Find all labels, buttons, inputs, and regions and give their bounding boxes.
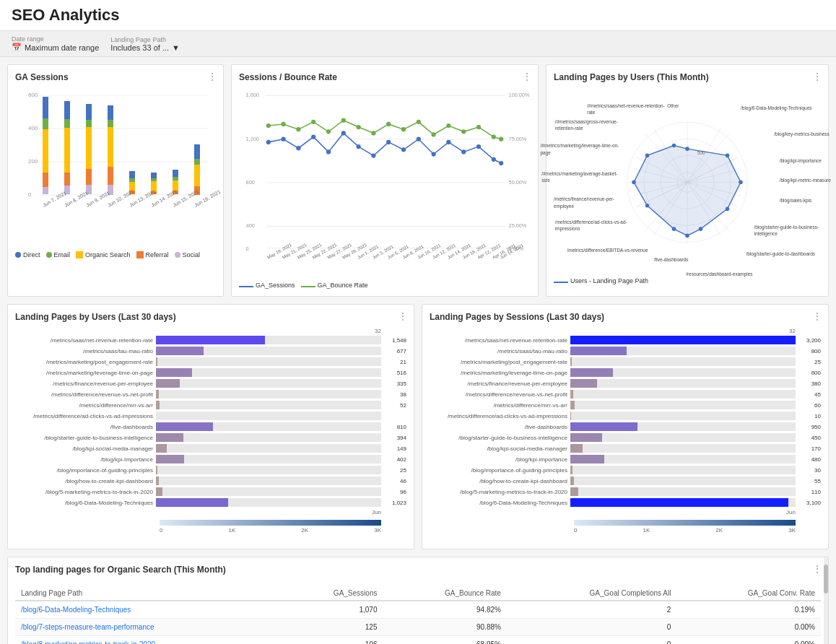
bar-value: 38 — [381, 391, 406, 398]
cell-path: /blog/7-steps-measure-team-performance — [15, 619, 282, 636]
bar-label: /blog/5-marketing-metrics-to-track-in-20… — [15, 489, 156, 495]
bar-label: /blog/6-Data-Modeling-Techniques — [15, 500, 156, 506]
svg-point-139 — [685, 234, 689, 238]
landing-sessions-menu[interactable]: ⋮ — [812, 310, 822, 322]
bar-track — [570, 487, 796, 496]
date-range-filter[interactable]: Date range 📅 Maximum date range — [12, 35, 99, 52]
scrollbar[interactable] — [824, 557, 828, 644]
bar-value: 480 — [796, 456, 821, 463]
svg-point-81 — [476, 144, 481, 149]
list-item: /metrics/saas/tau-mau-ratio800 — [430, 347, 821, 355]
dashboard: GA Sessions ⋮ 600 400 200 0 — [0, 57, 836, 644]
bar-value: 110 — [796, 489, 821, 495]
svg-point-136 — [739, 180, 743, 185]
sessions-line-icon — [239, 286, 253, 287]
svg-text:1,200: 1,200 — [246, 136, 259, 142]
bar-label: /blog/kpi-social-media-manager — [15, 445, 156, 452]
svg-point-141 — [645, 204, 650, 208]
list-item: /metrics/saas/tau-mau-ratio677 — [15, 347, 406, 355]
bar-track — [570, 444, 796, 453]
bar-fill — [570, 336, 796, 344]
bar-label: /blog/starter-guide-to-business-intellig… — [430, 435, 570, 441]
list-item: /blog/5-marketing-metrics-to-track-in-20… — [430, 487, 821, 496]
svg-text:1,600: 1,600 — [246, 92, 259, 98]
sessions-bounce-menu[interactable]: ⋮ — [522, 71, 532, 82]
svg-rect-16 — [64, 173, 70, 186]
svg-point-76 — [401, 147, 406, 152]
bar-value: 55 — [796, 478, 821, 484]
bar-value: 516 — [381, 370, 406, 376]
bar-label: /blog/starter-guide-to-business-intellig… — [15, 435, 156, 441]
bar-label: /metrics/saas/net-revenue-retention-rate — [430, 337, 570, 344]
svg-rect-41 — [194, 159, 200, 165]
svg-point-70 — [311, 134, 315, 139]
svg-text:/metrics/finance/revenue-per-: /metrics/finance/revenue-per- — [554, 196, 614, 202]
bar-label: /metrics/difference/ad-clicks-vs-ad-impr… — [15, 413, 156, 419]
bar-track — [156, 422, 381, 431]
chevron-down-icon: ▼ — [172, 43, 180, 52]
list-item: /metrics/finance/revenue-per-employee380 — [430, 379, 821, 388]
svg-text:impressions: impressions — [555, 226, 580, 232]
svg-text:600: 600 — [28, 92, 38, 98]
ga-sessions-chart: 600 400 200 0 — [15, 88, 216, 247]
bar-value: 600 — [796, 370, 821, 376]
top-landing-pages-title: Top landing pages for Organic Search (Th… — [15, 565, 821, 575]
svg-point-142 — [632, 180, 636, 185]
list-item: /metrics/marketing/post_engagement-rate2… — [15, 357, 406, 366]
svg-point-100 — [499, 137, 503, 142]
list-item: /blog/5-marketing-metrics-to-track-in-20… — [15, 487, 406, 496]
ga-sessions-legend: Direct Email Organic Search Referral Soc… — [15, 251, 216, 258]
landing-users-chart: 32 /metrics/saas/net-revenue-retention-r… — [15, 328, 406, 534]
svg-text:/metrics/difference/EBITDA-vs-: /metrics/difference/EBITDA-vs-revenue — [567, 248, 648, 253]
users-bars-container: /metrics/saas/net-revenue-retention-rate… — [15, 336, 406, 507]
bar-fill — [570, 422, 637, 431]
svg-point-75 — [386, 140, 391, 144]
ga-sessions-menu[interactable]: ⋮ — [207, 71, 217, 82]
top-landing-pages-menu[interactable]: ⋮ — [812, 563, 822, 575]
svg-point-138 — [699, 227, 703, 231]
list-item: /metrics/saas/net-revenue-retention-rate… — [15, 336, 406, 344]
bar-value: 1,023 — [381, 500, 406, 506]
bar-label: /blog/kpi-Importance — [15, 456, 156, 463]
svg-text:/blog/sales-kpis: /blog/sales-kpis — [780, 198, 812, 204]
list-item: /blog/kpi-social-media-manager149 — [15, 444, 406, 453]
bar-fill — [570, 487, 578, 496]
landing-radar-menu[interactable]: ⋮ — [812, 71, 822, 82]
list-item: /blog/6-Data-Modeling-Techniques1,023 — [15, 498, 406, 507]
svg-rect-32 — [151, 173, 157, 178]
bar-track — [156, 347, 381, 355]
svg-point-85 — [281, 122, 285, 126]
bar-fill — [156, 357, 157, 366]
svg-text:/blog/kpi-metric-measure: /blog/kpi-metric-measure — [780, 178, 832, 183]
bar-label: /metrics/marketing/post_engagement-rate — [15, 359, 156, 365]
row-1: GA Sessions ⋮ 600 400 200 0 — [7, 64, 829, 297]
landing-users-menu[interactable]: ⋮ — [398, 310, 408, 322]
svg-point-92 — [386, 122, 391, 126]
list-item: /metrics/difference/mrr-vs-arr52 — [15, 401, 406, 409]
svg-rect-28 — [129, 171, 135, 178]
bar-label: /blog/5-marketing-metrics-to-track-in-20… — [430, 489, 570, 495]
scrollbar-thumb[interactable] — [824, 565, 828, 593]
legend-ga-sessions: GA_Sessions — [239, 282, 295, 289]
table-row: /blog/8-marketing-metrics-to-track-in-20… — [15, 636, 821, 645]
date-range-value[interactable]: 📅 Maximum date range — [12, 43, 99, 52]
bar-label: /blog/kpi-social-media-manager — [430, 445, 570, 452]
svg-rect-29 — [129, 178, 135, 182]
sessions-bounce-legend: GA_Sessions GA_Bounce Rate — [239, 282, 531, 289]
svg-rect-36 — [173, 170, 178, 177]
landing-pages-table: Landing Page Path GA_Sessions GA_Bounce … — [15, 586, 821, 644]
list-item: /blog/6-Data-Modeling-Techniques3,100 — [430, 498, 821, 507]
landing-page-value[interactable]: Includes 33 of ... ▼ — [110, 43, 180, 52]
table-container[interactable]: Landing Page Path GA_Sessions GA_Bounce … — [15, 580, 821, 644]
bar-track — [570, 412, 796, 420]
svg-point-88 — [326, 129, 331, 134]
cell-bounce: 68.95% — [383, 636, 506, 645]
svg-text:/blog/6-Data-Modeling-Techniqu: /blog/6-Data-Modeling-Techniques — [741, 105, 812, 111]
bar-label: /metrics/difference/ad-clicks-vs-ad-impr… — [430, 413, 570, 419]
list-item: /five-dashboards950 — [430, 422, 821, 431]
svg-rect-12 — [43, 187, 48, 194]
landing-page-filter[interactable]: Landing Page Path Includes 33 of ... ▼ — [110, 36, 180, 52]
list-item: /metrics/marketing/leverage-time-on-page… — [430, 368, 821, 377]
svg-point-71 — [326, 149, 331, 154]
cell-conv: 0.00% — [676, 619, 821, 636]
